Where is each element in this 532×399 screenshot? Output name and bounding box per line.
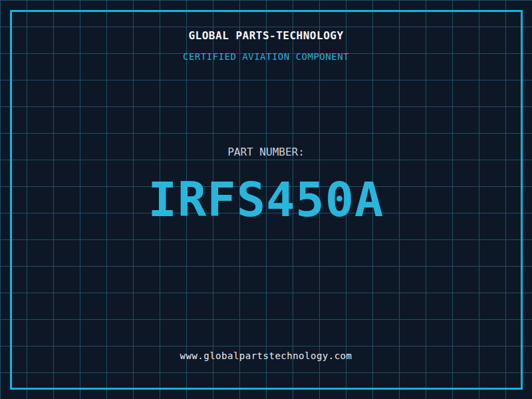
part-number-label: PART NUMBER: [0, 146, 532, 158]
website-url: www.globalpartstechnology.com [0, 350, 532, 361]
company-name: GLOBAL PARTS-TECHNOLOGY [0, 29, 532, 42]
part-card: GLOBAL PARTS-TECHNOLOGY CERTIFIED AVIATI… [0, 0, 532, 399]
certification-label: CERTIFIED AVIATION COMPONENT [0, 51, 532, 62]
part-number-value: IRFS450A [0, 176, 532, 223]
